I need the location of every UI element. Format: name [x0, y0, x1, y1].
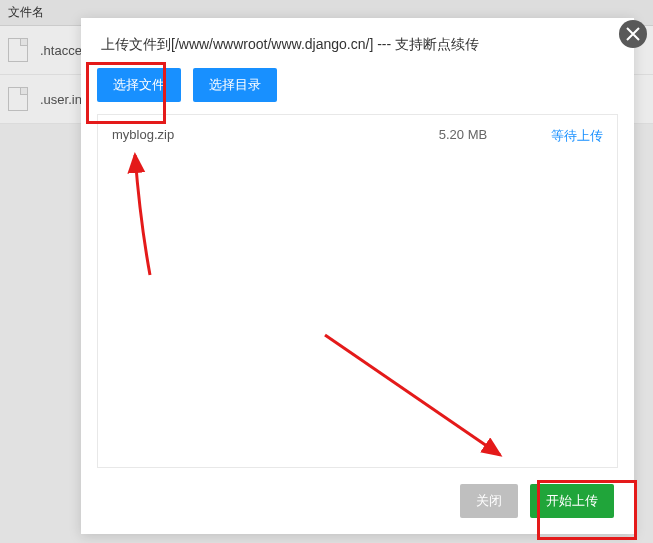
- upload-file-name: myblog.zip: [112, 127, 403, 145]
- close-button[interactable]: 关闭: [460, 484, 518, 518]
- upload-file-status: 等待上传: [523, 127, 603, 145]
- dialog-toolbar: 选择文件 选择目录: [81, 68, 634, 114]
- start-upload-button[interactable]: 开始上传: [530, 484, 614, 518]
- upload-dialog: 上传文件到[/www/wwwroot/www.django.cn/] --- 支…: [81, 18, 634, 534]
- close-icon[interactable]: [619, 20, 647, 48]
- select-file-button[interactable]: 选择文件: [97, 68, 181, 102]
- select-dir-button[interactable]: 选择目录: [193, 68, 277, 102]
- upload-file-size: 5.20 MB: [403, 127, 523, 145]
- upload-file-list: myblog.zip 5.20 MB 等待上传: [97, 114, 618, 468]
- upload-file-row: myblog.zip 5.20 MB 等待上传: [98, 115, 617, 157]
- dialog-footer: 关闭 开始上传: [81, 468, 634, 534]
- dialog-title: 上传文件到[/www/wwwroot/www.django.cn/] --- 支…: [81, 18, 634, 68]
